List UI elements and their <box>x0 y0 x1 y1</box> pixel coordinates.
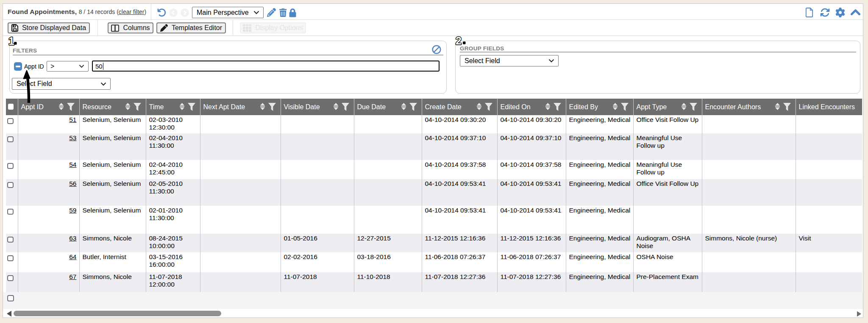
svg-text:1: 1 <box>8 35 14 47</box>
svg-text:2: 2 <box>456 35 462 47</box>
